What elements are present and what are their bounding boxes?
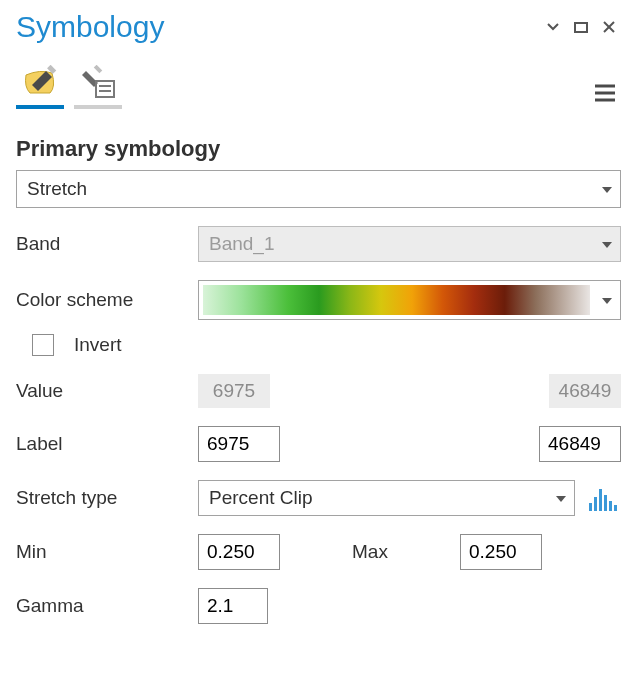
histogram-icon xyxy=(589,503,592,511)
max-input[interactable] xyxy=(460,534,542,570)
brush-list-icon xyxy=(80,65,116,101)
invert-label: Invert xyxy=(74,334,122,356)
chevron-down-icon xyxy=(556,496,566,502)
svg-rect-0 xyxy=(575,23,587,32)
brush-layer-icon xyxy=(22,65,58,101)
gamma-label: Gamma xyxy=(16,595,188,617)
label-max-input[interactable] xyxy=(539,426,621,462)
max-label: Max xyxy=(290,541,450,563)
min-input[interactable] xyxy=(198,534,280,570)
symbology-type-select[interactable]: Stretch xyxy=(16,170,621,208)
chevron-down-icon xyxy=(602,298,612,304)
tab-advanced-symbology[interactable] xyxy=(74,61,122,109)
value-max-readonly: 46849 xyxy=(549,374,621,408)
close-button[interactable] xyxy=(597,15,621,39)
band-value: Band_1 xyxy=(209,233,275,255)
histogram-button[interactable] xyxy=(585,480,621,516)
window-icon xyxy=(574,20,588,34)
symbology-type-value: Stretch xyxy=(27,178,87,200)
tab-row xyxy=(16,54,621,110)
label-min-input[interactable] xyxy=(198,426,280,462)
hamburger-icon xyxy=(594,84,616,102)
chevron-down-icon xyxy=(602,187,612,193)
collapse-button[interactable] xyxy=(541,15,565,39)
chevron-down-icon xyxy=(602,242,612,248)
value-min-readonly: 6975 xyxy=(198,374,270,408)
stretch-type-value: Percent Clip xyxy=(209,487,313,509)
color-scheme-select[interactable] xyxy=(198,280,621,320)
section-title: Primary symbology xyxy=(16,136,621,162)
stretch-type-select[interactable]: Percent Clip xyxy=(198,480,575,516)
band-select[interactable]: Band_1 xyxy=(198,226,621,262)
tab-primary-symbology[interactable] xyxy=(16,61,64,109)
color-ramp-preview xyxy=(203,285,590,315)
svg-rect-5 xyxy=(96,81,114,97)
label-label: Label xyxy=(16,433,188,455)
color-scheme-label: Color scheme xyxy=(16,289,188,311)
band-label: Band xyxy=(16,233,188,255)
svg-rect-4 xyxy=(94,65,102,73)
stretch-type-label: Stretch type xyxy=(16,487,188,509)
float-button[interactable] xyxy=(569,15,593,39)
pane-header: Symbology xyxy=(16,0,621,50)
min-label: Min xyxy=(16,541,188,563)
pane-title: Symbology xyxy=(16,10,537,44)
menu-button[interactable] xyxy=(589,77,621,109)
value-label: Value xyxy=(16,380,188,402)
chevron-down-icon xyxy=(546,20,560,34)
close-icon xyxy=(602,20,616,34)
gamma-input[interactable] xyxy=(198,588,268,624)
invert-checkbox[interactable] xyxy=(32,334,54,356)
